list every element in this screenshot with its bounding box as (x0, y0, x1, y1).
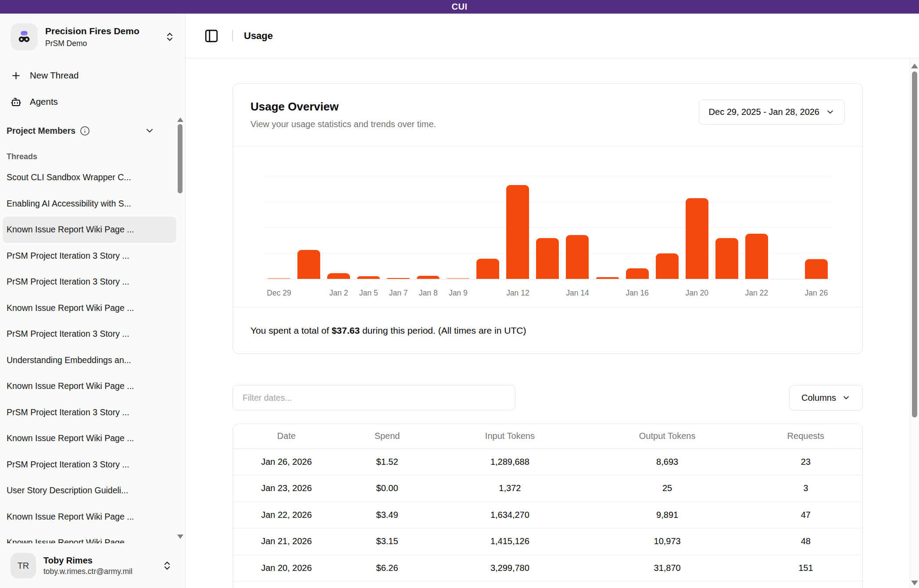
total-text: You spent a total of $37.63 during this … (250, 325, 526, 336)
cui-banner-label: CUI (452, 2, 468, 12)
chart-bar (447, 278, 469, 279)
chart-bar (476, 259, 499, 279)
thread-list-item[interactable]: Known Issue Report Wiki Page ... (3, 504, 176, 530)
user-email: toby.w.rimes.ctr@army.mil (43, 567, 132, 576)
thread-list-item[interactable]: Understanding Embeddings an... (3, 347, 176, 374)
usage-table: DateSpendInput TokensOutput TokensReques… (233, 424, 862, 581)
table-cell: Jan 23, 2026 (233, 475, 340, 502)
thread-list-item[interactable]: Enabling AI Accessibility with S... (3, 191, 176, 217)
sidebar-scrollbar-thumb[interactable] (178, 124, 182, 193)
x-axis-tick-label: Jan 26 (801, 289, 831, 298)
table-row[interactable]: Jan 21, 2026$3.151,415,12610,97348 (233, 528, 862, 555)
chart-bar (596, 277, 619, 279)
scrollbar-thumb[interactable] (912, 71, 917, 417)
chart-bar (626, 268, 649, 279)
chevron-down-icon (826, 107, 835, 117)
sidebar-toggle-button[interactable] (202, 26, 221, 46)
thread-list-item[interactable]: PrSM Project Iteration 3 Story ... (3, 269, 176, 295)
chart-bar (715, 238, 738, 279)
table-cell: 23 (749, 449, 862, 475)
chart-bar (268, 278, 290, 279)
header-divider (232, 30, 233, 42)
table-cell: 48 (749, 528, 862, 555)
sidebar-scrollbar-down-arrow[interactable] (177, 535, 183, 539)
thread-list-item[interactable]: Known Issue Report Wiki Page ... (3, 217, 176, 243)
page-header: Usage (186, 14, 919, 58)
chart-bar-slot (413, 176, 443, 279)
chart-bar (686, 198, 708, 279)
project-members-section[interactable]: Project Members (7, 122, 164, 139)
chart-bar-slot (503, 176, 533, 279)
sidebar-scrollbar-up-arrow[interactable] (177, 118, 183, 122)
x-axis-tick-label (652, 289, 682, 298)
table-row[interactable]: Jan 26, 2026$1.521,289,6888,69323 (233, 449, 862, 475)
main-scrollbar[interactable] (909, 58, 919, 588)
usage-table-card: DateSpendInput TokensOutput TokensReques… (232, 424, 863, 588)
table-cell: $1.52 (340, 449, 434, 475)
thread-list-item[interactable]: PrSM Project Iteration 3 Story ... (3, 399, 176, 426)
x-axis-tick-label: Jan 22 (742, 289, 772, 298)
chart-bar (656, 253, 679, 279)
workspace-avatar (11, 23, 38, 50)
table-row[interactable]: Jan 20, 2026$6.263,299,78031,870151 (233, 555, 862, 581)
table-cell: 3,299,780 (434, 555, 585, 581)
thread-list-item[interactable]: Scout CLI Sandbox Wrapper C... (3, 164, 176, 191)
thread-list-item[interactable]: Known Issue Report Wiki Page ... (3, 425, 176, 452)
thread-list-item[interactable]: Known Issue Report Wiki Page ... (3, 295, 176, 321)
x-axis-tick-label (294, 289, 324, 298)
table-cell: $3.49 (340, 502, 434, 528)
chart-bar (357, 276, 380, 279)
table-cell: 31,870 (586, 555, 749, 581)
cui-classification-banner: CUI (0, 0, 919, 14)
table-cell: $0.00 (340, 475, 434, 502)
table-header-row: DateSpendInput TokensOutput TokensReques… (233, 424, 862, 449)
page-title: Usage (244, 30, 273, 42)
scrollbar-up-arrow[interactable] (911, 64, 918, 68)
thread-list-item[interactable]: PrSM Project Iteration 3 Story ... (3, 321, 176, 347)
columns-button[interactable]: Columns (789, 385, 863, 410)
date-range-picker[interactable]: Dec 29, 2025 - Jan 28, 2026 (699, 100, 845, 125)
agents-button[interactable]: Agents (11, 92, 160, 112)
panel-left-icon (204, 29, 219, 43)
table-toolbar: Columns (232, 385, 863, 410)
workspace-subtitle: PrSM Demo (45, 39, 139, 48)
workspace-switcher[interactable]: Precision Fires Demo PrSM Demo (11, 20, 175, 54)
thread-list-item[interactable]: PrSM Project Iteration 3 Story ... (3, 452, 176, 478)
table-cell: 8,693 (586, 449, 749, 475)
sidebar: Precision Fires Demo PrSM Demo New Threa… (0, 14, 186, 588)
chart-bar-slot (383, 176, 413, 279)
chevrons-up-down-icon (162, 560, 172, 571)
workspace-title: Precision Fires Demo (45, 25, 139, 37)
chevron-down-icon[interactable] (144, 125, 155, 136)
chart-bar-slot (443, 176, 473, 279)
user-account-switcher[interactable]: TR Toby Rimes toby.w.rimes.ctr@army.mil (0, 543, 186, 588)
robot-icon (11, 96, 21, 107)
table-cell: 3 (749, 475, 862, 502)
x-axis-tick-label: Dec 29 (264, 289, 294, 298)
usage-overview-card: Usage Overview View your usage statistic… (232, 83, 863, 354)
chart-bar (506, 185, 529, 279)
x-axis-labels: Dec 29Jan 2Jan 5Jan 7Jan 8Jan 9Jan 12Jan… (264, 289, 831, 298)
table-row[interactable]: Jan 22, 2026$3.491,634,2709,89147 (233, 502, 862, 528)
chart-bar-slot (622, 176, 652, 279)
chart-bar (297, 250, 320, 279)
chart-bar (536, 238, 559, 279)
chart-bar-slot (533, 176, 562, 279)
scrollbar-down-arrow[interactable] (911, 581, 918, 585)
thread-list-item[interactable]: Known Issue Report Wiki Page ... (3, 373, 176, 399)
x-axis-line (264, 279, 831, 279)
chart-bar (327, 273, 350, 279)
chart-bars (264, 176, 831, 279)
table-row[interactable]: Jan 23, 2026$0.001,372253 (233, 475, 862, 502)
table-cell: Jan 22, 2026 (233, 502, 340, 528)
table-cell: 151 (749, 555, 862, 581)
date-range-label: Dec 29, 2025 - Jan 28, 2026 (709, 107, 819, 117)
new-thread-button[interactable]: New Thread (11, 65, 160, 86)
chart-bar-slot (712, 176, 742, 279)
thread-list-item[interactable]: User Story Description Guideli... (3, 478, 176, 504)
thread-list-item[interactable]: PrSM Project Iteration 3 Story ... (3, 243, 176, 269)
info-icon[interactable] (80, 126, 90, 136)
chevron-down-icon (842, 393, 851, 402)
table-cell: Jan 21, 2026 (233, 528, 340, 555)
filter-dates-input[interactable] (232, 385, 515, 410)
